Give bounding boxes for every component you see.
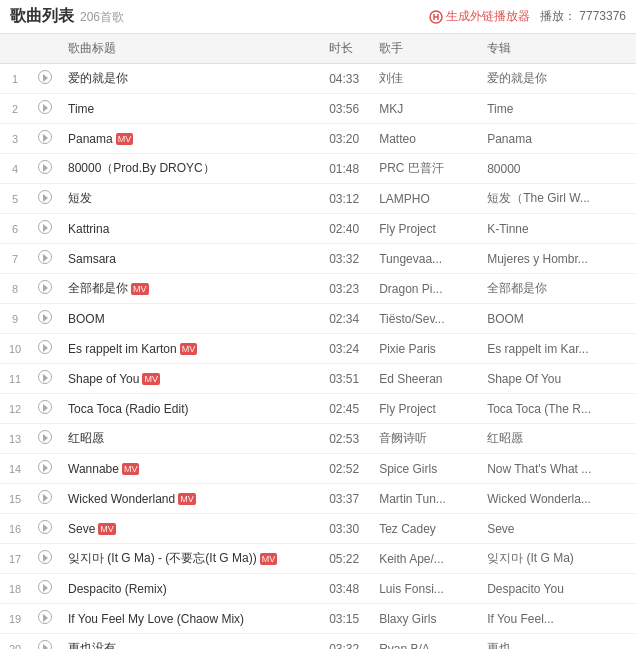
play-button-cell[interactable] — [30, 544, 60, 574]
song-title[interactable]: SeveMV — [60, 514, 321, 544]
song-artist[interactable]: Matteo — [371, 124, 479, 154]
song-album[interactable]: Mujeres y Hombr... — [479, 244, 636, 274]
play-icon[interactable] — [38, 400, 52, 414]
song-title[interactable]: 更也没有 — [60, 634, 321, 650]
play-button-cell[interactable] — [30, 424, 60, 454]
song-album[interactable]: If You Feel... — [479, 604, 636, 634]
play-icon[interactable] — [38, 340, 52, 354]
mv-badge[interactable]: MV — [116, 133, 134, 145]
song-title[interactable]: Wicked WonderlandMV — [60, 484, 321, 514]
mv-badge[interactable]: MV — [142, 373, 160, 385]
song-album[interactable]: Panama — [479, 124, 636, 154]
play-icon[interactable] — [38, 70, 52, 84]
play-button-cell[interactable] — [30, 574, 60, 604]
generate-link-button[interactable]: 生成外链播放器 — [429, 8, 530, 25]
song-album[interactable]: K-Tinne — [479, 214, 636, 244]
play-icon[interactable] — [38, 460, 52, 474]
play-button-cell[interactable] — [30, 244, 60, 274]
play-icon[interactable] — [38, 250, 52, 264]
song-artist[interactable]: Pixie Paris — [371, 334, 479, 364]
play-button-cell[interactable] — [30, 214, 60, 244]
song-title[interactable]: PanamaMV — [60, 124, 321, 154]
play-button-cell[interactable] — [30, 514, 60, 544]
song-artist[interactable]: Ed Sheeran — [371, 364, 479, 394]
song-album[interactable]: Wicked Wonderla... — [479, 484, 636, 514]
song-artist[interactable]: MKJ — [371, 94, 479, 124]
mv-badge[interactable]: MV — [122, 463, 140, 475]
play-icon[interactable] — [38, 310, 52, 324]
play-button-cell[interactable] — [30, 304, 60, 334]
song-album[interactable]: 短发（The Girl W... — [479, 184, 636, 214]
song-artist[interactable]: Ryan B/A... — [371, 634, 479, 650]
play-icon[interactable] — [38, 190, 52, 204]
play-button-cell[interactable] — [30, 454, 60, 484]
song-album[interactable]: Seve — [479, 514, 636, 544]
song-title[interactable]: Kattrina — [60, 214, 321, 244]
play-icon[interactable] — [38, 430, 52, 444]
play-button-cell[interactable] — [30, 184, 60, 214]
song-artist[interactable]: Blaxy Girls — [371, 604, 479, 634]
mv-badge[interactable]: MV — [180, 343, 198, 355]
song-artist[interactable]: LAMPHO — [371, 184, 479, 214]
song-album[interactable]: Despacito You — [479, 574, 636, 604]
mv-badge[interactable]: MV — [98, 523, 116, 535]
song-title[interactable]: Es rappelt im KartonMV — [60, 334, 321, 364]
play-button-cell[interactable] — [30, 394, 60, 424]
song-artist[interactable]: Martin Tun... — [371, 484, 479, 514]
play-icon[interactable] — [38, 160, 52, 174]
play-icon[interactable] — [38, 490, 52, 504]
song-title[interactable]: BOOM — [60, 304, 321, 334]
song-artist[interactable]: Spice Girls — [371, 454, 479, 484]
song-album[interactable]: Now That's What ... — [479, 454, 636, 484]
song-album[interactable]: Toca Toca (The R... — [479, 394, 636, 424]
song-title[interactable]: 잊지마 (It G Ma) - (不要忘(It G Ma))MV — [60, 544, 321, 574]
play-button-cell[interactable] — [30, 364, 60, 394]
play-button-cell[interactable] — [30, 64, 60, 94]
song-artist[interactable]: Tez Cadey — [371, 514, 479, 544]
song-title[interactable]: 短发 — [60, 184, 321, 214]
song-album[interactable]: BOOM — [479, 304, 636, 334]
play-icon[interactable] — [38, 520, 52, 534]
mv-badge[interactable]: MV — [260, 553, 278, 565]
play-icon[interactable] — [38, 580, 52, 594]
song-artist[interactable]: 刘佳 — [371, 64, 479, 94]
song-album[interactable]: Time — [479, 94, 636, 124]
song-artist[interactable]: PRC 巴普汗 — [371, 154, 479, 184]
mv-badge[interactable]: MV — [131, 283, 149, 295]
song-album[interactable]: 红昭愿 — [479, 424, 636, 454]
play-icon[interactable] — [38, 100, 52, 114]
play-icon[interactable] — [38, 610, 52, 624]
play-icon[interactable] — [38, 370, 52, 384]
song-artist[interactable]: Tungevaa... — [371, 244, 479, 274]
song-title[interactable]: Despacito (Remix) — [60, 574, 321, 604]
song-album[interactable]: 更也... — [479, 634, 636, 650]
song-artist[interactable]: Keith Ape/... — [371, 544, 479, 574]
play-icon[interactable] — [38, 280, 52, 294]
play-button-cell[interactable] — [30, 634, 60, 650]
song-album[interactable]: 爱的就是你 — [479, 64, 636, 94]
song-title[interactable]: Toca Toca (Radio Edit) — [60, 394, 321, 424]
song-title[interactable]: Time — [60, 94, 321, 124]
play-button-cell[interactable] — [30, 334, 60, 364]
play-button-cell[interactable] — [30, 274, 60, 304]
song-title[interactable]: 全部都是你MV — [60, 274, 321, 304]
song-title[interactable]: 红昭愿 — [60, 424, 321, 454]
mv-badge[interactable]: MV — [178, 493, 196, 505]
song-album[interactable]: Es rappelt im Kar... — [479, 334, 636, 364]
song-artist[interactable]: 音阙诗听 — [371, 424, 479, 454]
song-album[interactable]: 全部都是你 — [479, 274, 636, 304]
song-artist[interactable]: Fly Project — [371, 214, 479, 244]
song-title[interactable]: If You Feel My Love (Chaow Mix) — [60, 604, 321, 634]
song-title[interactable]: Samsara — [60, 244, 321, 274]
song-artist[interactable]: Tiësto/Sev... — [371, 304, 479, 334]
play-button-cell[interactable] — [30, 484, 60, 514]
play-icon[interactable] — [38, 130, 52, 144]
play-button-cell[interactable] — [30, 154, 60, 184]
play-button-cell[interactable] — [30, 94, 60, 124]
song-album[interactable]: 80000 — [479, 154, 636, 184]
play-button-cell[interactable] — [30, 124, 60, 154]
play-button-cell[interactable] — [30, 604, 60, 634]
song-album[interactable]: Shape Of You — [479, 364, 636, 394]
song-artist[interactable]: Fly Project — [371, 394, 479, 424]
play-icon[interactable] — [38, 550, 52, 564]
